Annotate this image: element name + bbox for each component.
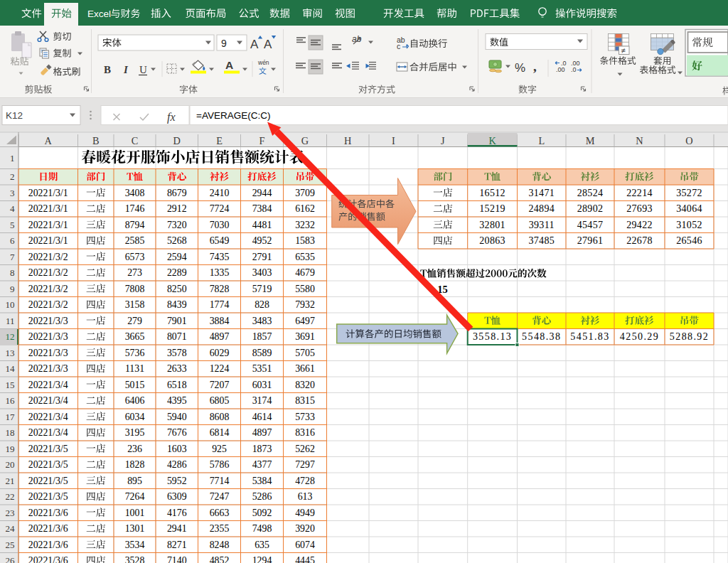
svg-text:3158: 3158 <box>125 299 145 310</box>
svg-text:20221/3/2: 20221/3/2 <box>28 252 68 262</box>
svg-text:4250.29: 4250.29 <box>620 331 659 342</box>
svg-text:6: 6 <box>10 235 15 246</box>
svg-text:7435: 7435 <box>210 252 230 262</box>
svg-text:7828: 7828 <box>210 284 230 294</box>
svg-text:7207: 7207 <box>210 380 230 390</box>
svg-text:31052: 31052 <box>676 220 702 230</box>
svg-text:D: D <box>173 135 181 146</box>
svg-text:A: A <box>225 59 233 71</box>
svg-text:19: 19 <box>6 444 15 454</box>
svg-text:3408: 3408 <box>125 188 145 198</box>
svg-text:3691: 3691 <box>295 331 315 342</box>
svg-text:1001: 1001 <box>125 508 145 518</box>
svg-text:25: 25 <box>6 540 15 550</box>
svg-text:3920: 3920 <box>295 523 315 534</box>
svg-text:8271: 8271 <box>167 540 187 550</box>
svg-text:6406: 6406 <box>125 395 145 406</box>
svg-text:20221/3/3: 20221/3/3 <box>28 316 68 326</box>
svg-text:8315: 8315 <box>295 395 315 406</box>
svg-text:wén: wén <box>257 59 269 66</box>
svg-text:2585: 2585 <box>125 235 145 246</box>
svg-text:39311: 39311 <box>529 220 555 230</box>
svg-text:8608: 8608 <box>210 412 230 422</box>
svg-text:4852: 4852 <box>210 555 230 563</box>
svg-text:5288.92: 5288.92 <box>670 331 709 342</box>
svg-text:20221/3/4: 20221/3/4 <box>28 395 68 406</box>
svg-text:M: M <box>586 135 595 146</box>
svg-text:21: 21 <box>6 476 15 486</box>
svg-text:2633: 2633 <box>167 363 187 374</box>
svg-text:20221/3/5: 20221/3/5 <box>28 491 68 502</box>
svg-text:2791: 2791 <box>252 252 272 262</box>
svg-text:6573: 6573 <box>125 252 145 262</box>
svg-text:4897: 4897 <box>210 331 230 342</box>
svg-text:8320: 8320 <box>295 380 315 390</box>
svg-text:7932: 7932 <box>295 299 315 310</box>
svg-text:8071: 8071 <box>167 331 187 342</box>
svg-text:N: N <box>636 135 643 146</box>
svg-text:1603: 1603 <box>167 444 187 454</box>
svg-text:236: 236 <box>127 444 142 454</box>
svg-text:6814: 6814 <box>210 427 230 438</box>
svg-text:5952: 5952 <box>167 476 187 486</box>
svg-text:37485: 37485 <box>528 235 555 246</box>
svg-text:10: 10 <box>6 299 15 310</box>
svg-text:5719: 5719 <box>252 284 272 294</box>
svg-text:828: 828 <box>255 299 269 310</box>
svg-text:Excel: Excel <box>87 9 111 19</box>
svg-text:18: 18 <box>6 427 15 438</box>
svg-text:7498: 7498 <box>252 523 272 534</box>
svg-text:28524: 28524 <box>577 188 604 198</box>
svg-text:8679: 8679 <box>167 188 187 198</box>
svg-text:3528: 3528 <box>125 555 145 563</box>
svg-text:A: A <box>264 38 272 51</box>
svg-text:J: J <box>441 135 445 146</box>
svg-text:7724: 7724 <box>210 203 230 214</box>
svg-text:32801: 32801 <box>479 220 505 230</box>
svg-text:1583: 1583 <box>295 235 315 246</box>
svg-text:925: 925 <box>212 444 227 454</box>
svg-text:2410: 2410 <box>210 188 230 198</box>
svg-text:6663: 6663 <box>210 508 230 518</box>
svg-text:5733: 5733 <box>295 412 315 422</box>
svg-text:7676: 7676 <box>167 427 187 438</box>
svg-text:20221/3/2: 20221/3/2 <box>28 284 68 294</box>
svg-text:2912: 2912 <box>167 203 187 214</box>
svg-text:1301: 1301 <box>125 523 145 534</box>
svg-text:45457: 45457 <box>577 220 604 230</box>
svg-text:22678: 22678 <box>626 235 653 246</box>
svg-text:H: H <box>344 135 351 146</box>
svg-text:1: 1 <box>10 153 15 163</box>
svg-text:1873: 1873 <box>252 444 272 454</box>
svg-text:3: 3 <box>10 188 15 198</box>
svg-text:1224: 1224 <box>210 363 230 374</box>
svg-text:4952: 4952 <box>252 235 272 246</box>
svg-text:26546: 26546 <box>676 235 702 246</box>
svg-text:20221/3/3: 20221/3/3 <box>28 331 68 342</box>
svg-text:20221/3/4: 20221/3/4 <box>28 380 68 390</box>
svg-text:7247: 7247 <box>210 491 230 502</box>
svg-text:6535: 6535 <box>295 252 315 262</box>
svg-text:3483: 3483 <box>252 316 272 326</box>
svg-text:4949: 4949 <box>295 508 315 518</box>
svg-text:20221/3/1: 20221/3/1 <box>28 203 68 214</box>
svg-text:20221/3/1: 20221/3/1 <box>28 220 68 230</box>
svg-text:20221/3/2: 20221/3/2 <box>28 267 68 278</box>
svg-text:6074: 6074 <box>295 540 315 550</box>
svg-text:8248: 8248 <box>210 540 230 550</box>
svg-text:4728: 4728 <box>295 476 315 486</box>
svg-text:24: 24 <box>6 523 16 534</box>
svg-text:5736: 5736 <box>125 348 145 358</box>
svg-text:c: c <box>397 42 400 50</box>
svg-text:1857: 1857 <box>252 331 272 342</box>
svg-text:20221/3/4: 20221/3/4 <box>28 412 68 422</box>
svg-text:8316: 8316 <box>295 427 315 438</box>
svg-text:5262: 5262 <box>295 444 315 454</box>
svg-text:7901: 7901 <box>167 316 187 326</box>
svg-text:15: 15 <box>6 380 15 390</box>
svg-text:5548.38: 5548.38 <box>522 331 561 342</box>
svg-text:4614: 4614 <box>252 412 272 422</box>
svg-text:3403: 3403 <box>252 267 272 278</box>
svg-text:2289: 2289 <box>167 267 187 278</box>
svg-text:273: 273 <box>127 267 142 278</box>
